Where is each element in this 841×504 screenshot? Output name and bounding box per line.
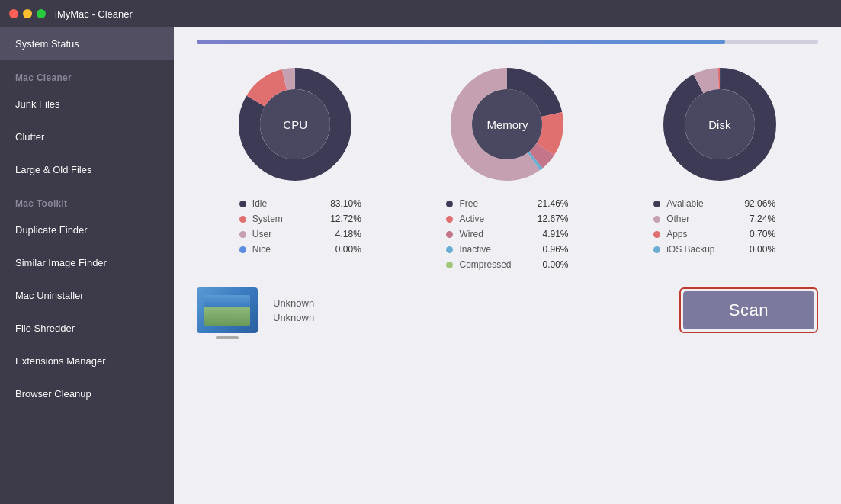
sidebar-item-junk-files[interactable]: Junk Files	[0, 88, 174, 120]
memory-active-dot	[446, 216, 453, 223]
cpu-legend-user: User 4.18%	[239, 229, 361, 239]
maximize-button[interactable]	[37, 9, 46, 18]
disk-ios-backup-dot	[653, 246, 660, 253]
memory-legend: Free 21.46% Active 12.67% Wired 4.91% In…	[446, 198, 568, 270]
disk-legend-available: Available 92.06%	[653, 198, 775, 209]
memory-wired-dot	[446, 231, 453, 238]
memory-legend-compressed: Compressed 0.00%	[446, 259, 568, 270]
main-content: CPU	[174, 27, 841, 504]
legend-area: Idle 83.10% System 12.72% User 4.18% Nic…	[174, 189, 841, 278]
titlebar: iMyMac - Cleaner	[0, 0, 841, 27]
disk-legend-other: Other 7.24%	[653, 213, 775, 224]
cpu-legend-system: System 12.72%	[239, 213, 361, 224]
cpu-donut: CPU	[230, 59, 360, 189]
sidebar: System Status Mac Cleaner Junk Files Clu…	[0, 27, 174, 504]
cpu-chart-container: CPU	[211, 59, 379, 189]
memory-legend-active: Active 12.67%	[446, 213, 568, 224]
progress-bar-background	[197, 40, 818, 44]
sidebar-item-large-old-files[interactable]: Large & Old Files	[0, 153, 174, 186]
mac-os: Unknown	[273, 312, 314, 323]
mac-name: Unknown	[273, 297, 314, 309]
memory-free-dot	[446, 201, 453, 207]
mac-screen-bg	[204, 295, 250, 326]
scan-button[interactable]: Scan	[683, 291, 814, 329]
bottom-bar: Unknown Unknown Scan	[174, 278, 841, 342]
memory-label: Memory	[486, 118, 528, 131]
memory-legend-wired: Wired 4.91%	[446, 229, 568, 239]
progress-bar-fill	[197, 40, 725, 44]
sidebar-section-mac-toolkit: Mac Toolkit	[0, 186, 174, 213]
disk-apps-dot	[653, 231, 660, 238]
disk-donut: Disk	[655, 59, 785, 189]
disk-available-dot	[653, 201, 660, 207]
memory-legend-inactive: Inactive 0.96%	[446, 244, 568, 255]
sidebar-item-extensions-manager[interactable]: Extensions Manager	[0, 345, 174, 377]
close-button[interactable]	[9, 9, 18, 18]
mac-screen	[204, 295, 250, 326]
charts-area: CPU	[174, 52, 841, 189]
sidebar-item-duplicate-finder[interactable]: Duplicate Finder	[0, 213, 174, 246]
memory-chart-container: Memory	[423, 59, 591, 189]
cpu-idle-dot	[239, 201, 246, 207]
sidebar-item-browser-cleanup[interactable]: Browser Cleanup	[0, 377, 174, 410]
disk-legend-apps: Apps 0.70%	[653, 229, 775, 239]
sidebar-item-system-status[interactable]: System Status	[0, 27, 174, 60]
mac-thumbnail	[197, 287, 258, 333]
sidebar-item-similar-image-finder[interactable]: Similar Image Finder	[0, 246, 174, 279]
traffic-lights	[9, 9, 46, 18]
disk-legend: Available 92.06% Other 7.24% Apps 0.70% …	[653, 198, 775, 270]
progress-area	[174, 27, 841, 52]
disk-chart-container: Disk	[636, 59, 804, 189]
app-title: iMyMac - Cleaner	[55, 8, 133, 20]
memory-donut: Memory	[442, 59, 572, 189]
cpu-nice-dot	[239, 246, 246, 253]
minimize-button[interactable]	[23, 9, 32, 18]
disk-legend-ios-backup: iOS Backup 0.00%	[653, 244, 775, 255]
scan-button-wrapper: Scan	[679, 287, 818, 333]
memory-inactive-dot	[446, 246, 453, 253]
sidebar-item-mac-uninstaller[interactable]: Mac Uninstaller	[0, 279, 174, 312]
mac-info: Unknown Unknown	[273, 297, 314, 323]
disk-label: Disk	[708, 118, 730, 131]
cpu-legend-idle: Idle 83.10%	[239, 198, 361, 209]
app-body: System Status Mac Cleaner Junk Files Clu…	[0, 27, 841, 504]
cpu-legend: Idle 83.10% System 12.72% User 4.18% Nic…	[239, 198, 361, 270]
disk-other-dot	[653, 216, 660, 223]
sidebar-item-file-shredder[interactable]: File Shredder	[0, 312, 174, 345]
sidebar-section-mac-cleaner: Mac Cleaner	[0, 60, 174, 88]
cpu-system-dot	[239, 216, 246, 223]
cpu-user-dot	[239, 231, 246, 238]
cpu-label: CPU	[283, 118, 307, 131]
memory-legend-free: Free 21.46%	[446, 198, 568, 209]
sidebar-item-clutter[interactable]: Clutter	[0, 120, 174, 153]
cpu-legend-nice: Nice 0.00%	[239, 244, 361, 255]
memory-compressed-dot	[446, 262, 453, 268]
